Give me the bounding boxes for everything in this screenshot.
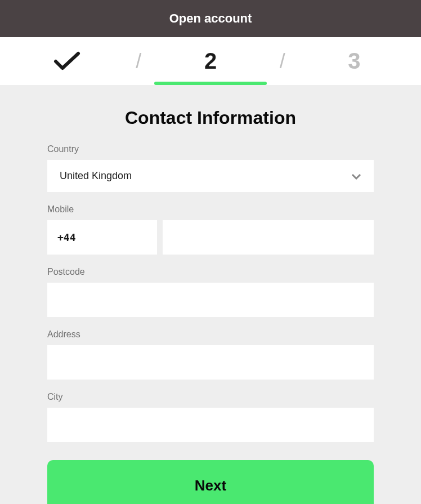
chevron-down-icon [351,173,361,180]
progress-stepper: / 2 / 3 [0,37,421,85]
header-title: Open account [169,11,252,25]
postcode-field-group: Postcode [47,267,374,317]
mobile-label: Mobile [47,204,374,215]
step-3-upcoming: 3 [288,37,421,85]
country-label: Country [47,144,374,154]
step-2-current: 2 [144,37,277,85]
address-label: Address [47,329,374,340]
country-select[interactable]: United Kingdom [47,160,374,192]
mobile-prefix-input[interactable] [47,220,157,255]
city-label: City [47,392,374,402]
step-1-complete [0,37,133,85]
header-bar: Open account [0,0,421,37]
postcode-input[interactable] [47,283,374,317]
checkmark-icon [53,51,80,72]
country-field-group: Country United Kingdom [47,144,374,192]
mobile-number-input[interactable] [163,220,374,255]
address-field-group: Address [47,329,374,380]
step-divider: / [277,50,288,73]
mobile-field-group: Mobile [47,204,374,255]
form-container: Contact Information Country United Kingd… [0,85,421,504]
country-value: United Kingdom [60,170,132,182]
postcode-label: Postcode [47,267,374,277]
address-input[interactable] [47,345,374,380]
city-field-group: City [47,392,374,442]
step-divider: / [133,50,144,73]
city-input[interactable] [47,408,374,442]
page-title: Contact Information [47,108,374,128]
next-button[interactable]: Next [47,460,374,504]
